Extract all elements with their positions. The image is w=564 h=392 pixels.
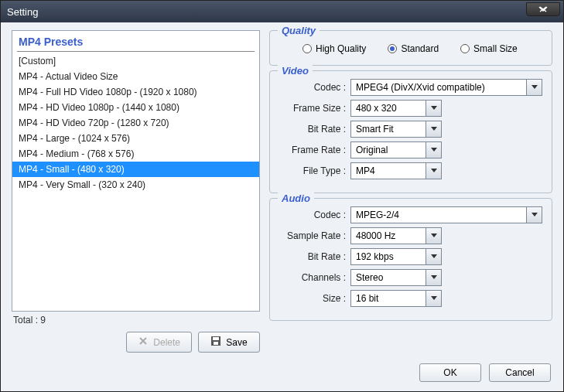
audio-codec-select[interactable]: MPEG-2/4 — [350, 206, 542, 223]
delete-icon — [138, 336, 149, 349]
audio-bit-rate-label: Bit Rate : — [279, 251, 350, 262]
chevron-down-icon[interactable] — [426, 162, 442, 179]
preset-item[interactable]: MP4 - Full HD Video 1080p - (1920 x 1080… — [12, 84, 259, 100]
ok-button[interactable]: OK — [419, 363, 481, 382]
preset-list[interactable]: [Custom]MP4 - Actual Video SizeMP4 - Ful… — [12, 53, 259, 193]
preset-item[interactable]: MP4 - Very Small - (320 x 240) — [12, 177, 259, 193]
preset-item[interactable]: MP4 - Medium - (768 x 576) — [12, 146, 259, 162]
video-frame-size-select[interactable]: 480 x 320 — [350, 100, 442, 117]
video-file-type-label: File Type : — [279, 165, 350, 176]
chevron-down-icon[interactable] — [426, 100, 442, 117]
chevron-down-icon[interactable] — [426, 141, 442, 159]
quality-group-title: Quality — [278, 25, 320, 36]
quality-radio-label: High Quality — [316, 43, 366, 54]
preset-item[interactable]: MP4 - Large - (1024 x 576) — [12, 131, 259, 146]
chevron-down-icon[interactable] — [426, 227, 442, 244]
quality-radio-label: Standard — [401, 43, 439, 54]
radio-icon — [388, 44, 397, 53]
audio-size-label: Size : — [279, 293, 350, 304]
audio-channels-select[interactable]: Stereo — [350, 269, 442, 286]
audio-bit-rate-select[interactable]: 192 kbps — [350, 248, 442, 265]
preset-item[interactable]: MP4 - Actual Video Size — [12, 69, 259, 84]
video-codec-select[interactable]: MPEG4 (DivX/Xvid compatible) — [350, 79, 542, 96]
chevron-down-icon[interactable] — [527, 79, 542, 96]
preset-item[interactable]: MP4 - HD Video 720p - (1280 x 720) — [12, 115, 259, 131]
audio-group: Audio Codec : MPEG-2/4 Sample Rate : 480… — [269, 198, 552, 321]
video-group: Video Codec : MPEG4 (DivX/Xvid compatibl… — [269, 70, 552, 193]
quality-radio[interactable]: Standard — [388, 43, 439, 54]
video-group-title: Video — [278, 65, 313, 77]
quality-radio[interactable]: High Quality — [303, 43, 366, 54]
preset-header: MP4 Presets — [12, 31, 259, 51]
chevron-down-icon[interactable] — [426, 248, 442, 265]
video-frame-rate-select[interactable]: Original — [350, 141, 442, 159]
cancel-button[interactable]: Cancel — [489, 363, 551, 382]
preset-item[interactable]: [Custom] — [12, 53, 259, 69]
floppy-icon — [210, 336, 221, 349]
video-bit-rate-label: Bit Rate : — [279, 124, 350, 135]
quality-group: Quality High QualityStandardSmall Size — [269, 30, 552, 66]
close-button[interactable] — [526, 2, 560, 16]
chevron-down-icon[interactable] — [426, 290, 442, 307]
chevron-down-icon[interactable] — [426, 269, 442, 286]
svg-rect-2 — [214, 342, 218, 345]
preset-item[interactable]: MP4 - Small - (480 x 320) — [12, 162, 259, 177]
audio-channels-label: Channels : — [279, 272, 350, 283]
quality-radio-label: Small Size — [473, 43, 518, 54]
preset-item[interactable]: MP4 - HD Video 1080p - (1440 x 1080) — [12, 100, 259, 115]
quality-radio[interactable]: Small Size — [460, 43, 518, 54]
close-icon — [538, 6, 549, 12]
audio-sample-rate-label: Sample Rate : — [279, 230, 350, 241]
save-button[interactable]: Save — [198, 332, 260, 353]
audio-size-select[interactable]: 16 bit — [350, 290, 442, 307]
audio-codec-label: Codec : — [279, 210, 350, 220]
video-file-type-select[interactable]: MP4 — [350, 162, 442, 179]
delete-button: Delete — [126, 332, 192, 353]
preset-list-box: MP4 Presets [Custom]MP4 - Actual Video S… — [12, 30, 260, 312]
video-frame-size-label: Frame Size : — [279, 103, 350, 114]
video-codec-label: Codec : — [279, 82, 350, 93]
radio-icon — [460, 44, 470, 53]
audio-sample-rate-select[interactable]: 48000 Hz — [350, 227, 442, 244]
chevron-down-icon[interactable] — [426, 121, 442, 138]
video-frame-rate-label: Frame Rate : — [279, 145, 350, 155]
total-label: Total : 9 — [12, 312, 260, 329]
chevron-down-icon[interactable] — [527, 206, 542, 223]
video-bit-rate-select[interactable]: Smart Fit — [350, 121, 442, 138]
window-title: Setting — [7, 6, 38, 18]
radio-icon — [303, 44, 312, 53]
title-bar: Setting — [1, 1, 563, 22]
svg-rect-1 — [213, 337, 219, 340]
audio-group-title: Audio — [278, 193, 314, 204]
